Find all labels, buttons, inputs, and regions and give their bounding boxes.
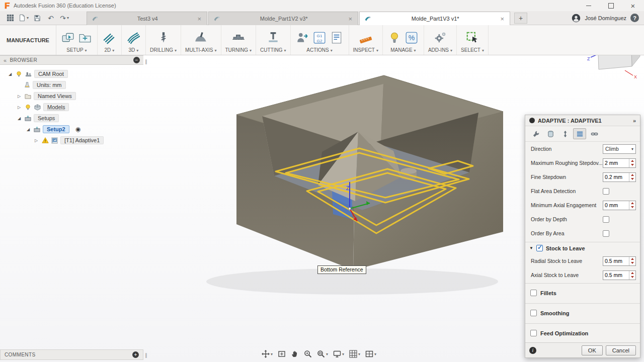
direction-select[interactable]: Climb [603, 144, 636, 154]
spin-down-icon[interactable] [629, 261, 635, 265]
tab-tool[interactable] [529, 128, 542, 139]
user-avatar-icon[interactable] [572, 14, 581, 23]
2d-strategies-button[interactable] [102, 30, 117, 45]
3d-strategies-button[interactable] [126, 30, 141, 45]
max-stepdown-spinner[interactable] [603, 158, 636, 168]
tab-heights[interactable] [558, 128, 572, 139]
visibility-bulb-icon[interactable] [24, 104, 32, 111]
viewports-button[interactable] [363, 348, 378, 360]
app-grid-button[interactable] [4, 12, 16, 24]
user-name[interactable]: José Domínguez [585, 15, 626, 21]
expand-icon[interactable] [16, 116, 22, 121]
max-stepdown-input[interactable] [603, 159, 629, 167]
maximize-button[interactable] [600, 0, 622, 11]
turning-menu[interactable]: TURNING [225, 47, 252, 53]
machining-time-button[interactable]: % [404, 30, 420, 45]
expand-comments-button[interactable]: + [132, 351, 139, 358]
visibility-bulb-icon[interactable] [15, 70, 23, 78]
setup-menu[interactable]: SETUP [66, 47, 87, 53]
browser-item-setup2[interactable]: Setup2 [0, 124, 143, 135]
expand-icon[interactable] [16, 94, 22, 99]
select-menu[interactable]: SELECT [461, 47, 484, 53]
post-process-button[interactable] [295, 30, 310, 45]
spin-up-icon[interactable] [629, 159, 635, 163]
spin-down-icon[interactable] [629, 177, 635, 182]
measure-button[interactable] [358, 30, 373, 45]
undo-button[interactable]: ↶ [45, 12, 57, 24]
fit-button[interactable] [276, 348, 288, 360]
save-button[interactable] [31, 12, 43, 24]
spin-up-icon[interactable] [629, 201, 635, 206]
fine-stepdown-input[interactable] [603, 173, 629, 182]
smoothing-checkbox[interactable] [530, 310, 537, 316]
info-icon[interactable]: i [529, 347, 536, 354]
browser-item-units[interactable]: Units: mm [0, 79, 143, 90]
browser-item-adaptive1[interactable]: [T1] Adaptive1 [0, 135, 143, 146]
multi-axis-menu[interactable]: MULTI-AXIS [185, 47, 216, 53]
axial-stock-spinner[interactable] [603, 270, 636, 280]
comments-panel[interactable]: COMMENTS + [0, 349, 143, 360]
expand-icon[interactable] [33, 138, 39, 143]
order-area-checkbox[interactable] [603, 230, 609, 237]
dock-panel-icon[interactable] [633, 118, 636, 124]
drilling-menu[interactable]: DRILLING [150, 47, 177, 53]
manage-menu[interactable]: MANAGE [390, 47, 416, 53]
new-tab-button[interactable]: + [514, 13, 527, 24]
inspect-menu[interactable]: INSPECT [353, 47, 378, 53]
min-axial-spinner[interactable] [603, 201, 636, 210]
expand-icon[interactable] [25, 127, 31, 132]
flat-area-checkbox[interactable] [603, 188, 609, 195]
radial-stock-spinner[interactable] [603, 256, 636, 266]
fillets-section[interactable]: Fillets [525, 283, 640, 302]
orbit-button[interactable] [289, 348, 301, 360]
browser-item-models[interactable]: Models [0, 102, 143, 113]
actions-menu[interactable]: ACTIONS [306, 47, 332, 53]
2d-menu[interactable]: 2D [105, 47, 115, 53]
cutting-button[interactable] [265, 30, 281, 45]
redo-button[interactable]: ↷ [58, 12, 70, 24]
pan-button[interactable] [260, 348, 275, 360]
tab-close-icon[interactable]: × [499, 15, 505, 23]
new-setup-button[interactable] [60, 30, 76, 45]
grid-snap-button[interactable] [347, 348, 362, 360]
browser-item-cam-root[interactable]: CAM Root [0, 68, 143, 79]
setup-sheet-button[interactable] [329, 30, 345, 45]
display-settings-button[interactable] [331, 348, 346, 360]
spin-up-icon[interactable] [629, 271, 635, 276]
spin-down-icon[interactable] [629, 163, 635, 167]
tab-close-icon[interactable]: × [196, 15, 202, 23]
fillets-checkbox[interactable] [530, 290, 537, 296]
browser-header[interactable]: BROWSER − [0, 55, 143, 65]
close-button[interactable] [622, 0, 644, 11]
cutting-menu[interactable]: CUTTING [260, 47, 286, 53]
document-tab-active[interactable]: Molde_Part1V3 v1* × [359, 12, 510, 25]
zoom-button[interactable] [302, 348, 314, 360]
tab-close-icon[interactable]: × [347, 15, 353, 23]
collapse-panel-icon[interactable] [4, 57, 10, 63]
workspace-switcher[interactable]: MANUFACTURE [0, 25, 56, 55]
expand-icon[interactable] [7, 72, 13, 76]
stock-to-leave-header[interactable]: Stock to Leave [525, 242, 640, 254]
add-ins-menu[interactable]: ADD-INS [428, 47, 452, 53]
feed-optimization-section[interactable]: Feed Optimization [525, 323, 640, 342]
document-tab[interactable]: Test3 v4 × [87, 12, 207, 25]
tab-linking[interactable] [588, 128, 601, 139]
help-button[interactable]: ? [630, 14, 639, 22]
spin-up-icon[interactable] [629, 257, 635, 261]
document-tab[interactable]: Molde_Part1V2 v3* × [208, 12, 358, 25]
minimize-button[interactable] [578, 0, 600, 11]
nc-program-button[interactable]: G1 G2 [312, 30, 328, 45]
radial-stock-input[interactable] [603, 257, 629, 265]
spin-down-icon[interactable] [629, 205, 635, 210]
stock-to-leave-checkbox[interactable] [536, 245, 543, 251]
fine-stepdown-spinner[interactable] [603, 172, 636, 182]
drilling-button[interactable] [155, 30, 171, 45]
spin-down-icon[interactable] [629, 275, 635, 280]
tab-geometry[interactable] [544, 128, 557, 139]
new-folder-button[interactable] [77, 30, 93, 45]
collapse-browser-button[interactable]: − [133, 57, 140, 63]
multi-axis-button[interactable] [193, 30, 209, 45]
active-setup-marker-icon[interactable] [75, 126, 80, 133]
order-depth-checkbox[interactable] [603, 216, 609, 223]
feed-optimization-checkbox[interactable] [530, 330, 537, 336]
